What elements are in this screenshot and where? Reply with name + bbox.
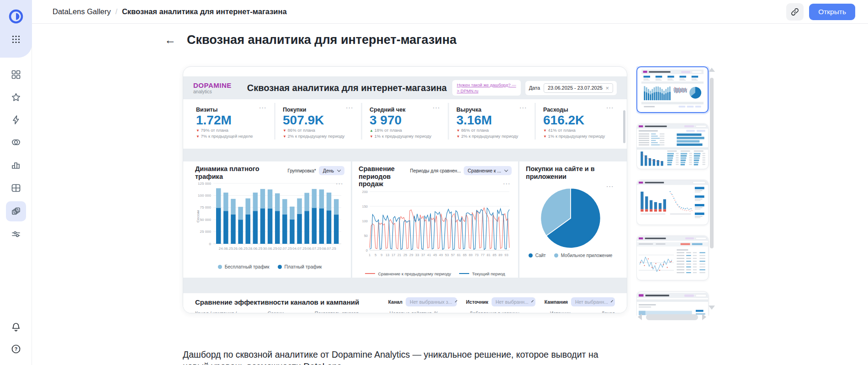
sidebar-item-favorites[interactable] [6, 87, 26, 107]
gallery-thumbnail-5[interactable] [636, 291, 709, 316]
sidebar-item-dashboards[interactable] [6, 201, 26, 221]
kpi-delta: ▼ 86% от плана [283, 128, 354, 133]
topbar-actions: Открыть [786, 3, 855, 21]
svg-text:25: 25 [403, 253, 407, 257]
legend-item[interactable]: Текущий период [459, 271, 505, 276]
breadcrumb-current: Сквозная аналитика для интернет-магазина [122, 7, 287, 16]
breadcrumb-gallery[interactable]: DataLens Gallery [53, 7, 111, 16]
svg-text:0: 0 [209, 242, 212, 246]
arrow-down-icon: ▼ [543, 134, 547, 139]
kpi-card-2: Покупки···507.9K▼ 86% от плана▼ 2% к пре… [274, 103, 361, 140]
svg-text:04.07.25: 04.07.25 [292, 247, 307, 251]
datalens-logo[interactable] [6, 6, 26, 27]
filter-select[interactable]: Нет выбранн... [492, 297, 535, 306]
widget-menu-icon[interactable]: ··· [346, 107, 354, 110]
layers-icon [11, 206, 21, 217]
widget-menu-icon[interactable]: ··· [433, 107, 441, 110]
filter-select[interactable]: Нет выбранн... [571, 297, 615, 306]
date-filter[interactable]: Дата 23.06.2025 - 23.07.2025 × [525, 81, 617, 95]
table-column-header[interactable]: Сессии [268, 311, 284, 313]
sidebar-item-connections[interactable] [6, 110, 26, 130]
widget-menu-icon[interactable]: ··· [607, 107, 614, 110]
circles-icon [11, 137, 21, 148]
thumbnails-vertical-scrollbar[interactable] [710, 78, 714, 248]
legend-item[interactable]: Сравнение к предыдущему периоду [365, 271, 451, 276]
svg-text:100 000: 100 000 [198, 193, 211, 198]
sidebar-item-datasets[interactable] [6, 132, 26, 152]
dashboard-preview[interactable]: DOPAMINE analytics Сквозная аналитика дл… [183, 66, 627, 313]
periods-select[interactable]: Сравнение к ... [464, 166, 512, 175]
chevron-down-icon [455, 300, 457, 302]
legend-item[interactable]: Мобильное приложение [554, 253, 613, 258]
svg-text:0: 0 [366, 248, 368, 252]
thumbnails-scroll-left-icon[interactable] [638, 314, 642, 320]
bar-chart-legend: Бесплатный трафикПлатный трафик [195, 264, 344, 269]
breadcrumb-separator: / [115, 8, 117, 16]
chart-title: Динамика платного трафика [195, 165, 288, 180]
table-column-header[interactable]: Добавления в корзину [469, 311, 519, 313]
arrow-down-icon: ▼ [456, 129, 460, 133]
sidebar-item-charts[interactable] [6, 155, 26, 175]
widget-menu-icon[interactable]: ··· [607, 185, 614, 188]
table-column-header[interactable]: Показатель отказов [315, 311, 359, 313]
copy-link-button[interactable] [786, 3, 804, 21]
grouping-select[interactable]: День [319, 166, 344, 175]
kpi-card-1: Визиты···1.72M▼ 79% от плана▼ 7% к преды… [189, 103, 274, 140]
sidebar-item-widgets[interactable] [6, 64, 26, 85]
svg-text:50: 50 [364, 234, 368, 238]
sidebar-item-settings[interactable] [6, 224, 26, 244]
widget-menu-icon[interactable]: ··· [336, 182, 344, 186]
star-icon [11, 92, 21, 103]
svg-text:200: 200 [362, 190, 368, 194]
open-button[interactable]: Открыть [809, 4, 855, 20]
periods-label: Периоды для сравнен... [410, 168, 461, 173]
svg-text:49: 49 [439, 253, 443, 257]
preview-scrollbar[interactable] [623, 110, 625, 143]
thumbnails-scroll-right-icon[interactable] [702, 314, 706, 320]
table-column-header[interactable]: Доход [601, 311, 615, 313]
legend-item[interactable]: Платный трафик [278, 264, 322, 269]
gallery-thumbnail-2[interactable] [636, 123, 709, 169]
widget-menu-icon[interactable]: ··· [520, 107, 528, 110]
chart-title: Покупки на сайте и в приложении [526, 165, 603, 180]
widget-menu-icon[interactable]: ··· [503, 182, 511, 186]
promo-link[interactable]: Нужен такой же дашборд? — > DPMN.ru [452, 80, 521, 96]
date-range-input[interactable]: 23.06.2025 - 23.07.2025 × [544, 83, 613, 93]
kpi-card-4: Выручка···3.16M▼ 86% от плана▼ 2% к пред… [448, 103, 535, 140]
sidebar-item-notifications[interactable] [6, 317, 26, 337]
gallery-thumbnail-1[interactable] [636, 66, 709, 113]
kpi-title: Выручка [456, 107, 482, 113]
thumbnail-3-preview [637, 180, 708, 225]
filter-select[interactable]: Нет выбранных з... [406, 297, 457, 306]
table-column-header[interactable]: Целевые действия, % [390, 311, 439, 313]
legend-item[interactable]: Сайт [529, 253, 546, 258]
kpi-title: Средний чек [370, 107, 405, 113]
paid-traffic-chart-card: Динамика платного трафика Группировка* Д… [189, 161, 351, 278]
filter-3: КампанияНет выбранн... [545, 297, 615, 306]
kpi-delta: ▼ 79% от плана [196, 128, 267, 133]
svg-text:69: 69 [469, 253, 472, 257]
kpi-delta: ▼ 7% к предыдущей неделе [196, 134, 267, 139]
svg-text:61: 61 [457, 253, 460, 257]
thumbnails-scroll-up-icon[interactable] [709, 68, 715, 72]
table-column-header[interactable]: Канал / кампания / [195, 311, 237, 313]
gallery-thumbnail-3[interactable] [636, 180, 709, 225]
svg-text:100: 100 [362, 219, 368, 223]
gallery-thumbnail-4[interactable] [636, 236, 709, 280]
sidebar-item-tables[interactable] [6, 178, 26, 198]
sidebar-item-apps[interactable] [6, 29, 26, 49]
dashboard-band [183, 149, 627, 161]
legend-item[interactable]: Бесплатный трафик [218, 264, 270, 269]
thumbnails-scroll-down-icon[interactable] [709, 306, 715, 310]
lightning-icon [11, 114, 21, 125]
clear-date-icon[interactable]: × [605, 85, 609, 91]
sidebar-item-help[interactable]: ? [6, 339, 26, 359]
kpi-value: 507.9K [283, 113, 354, 127]
table-column-header[interactable]: Источник [550, 311, 571, 313]
thumbnails-horizontal-scrollbar[interactable] [646, 314, 698, 320]
arrow-down-icon: ▼ [196, 129, 200, 133]
back-button[interactable]: ← [164, 34, 176, 46]
widget-menu-icon[interactable]: ··· [259, 107, 267, 110]
channels-comparison-section: Сравнение эффективности каналов и кампан… [183, 293, 627, 313]
arrow-down-icon: ▼ [543, 129, 547, 133]
